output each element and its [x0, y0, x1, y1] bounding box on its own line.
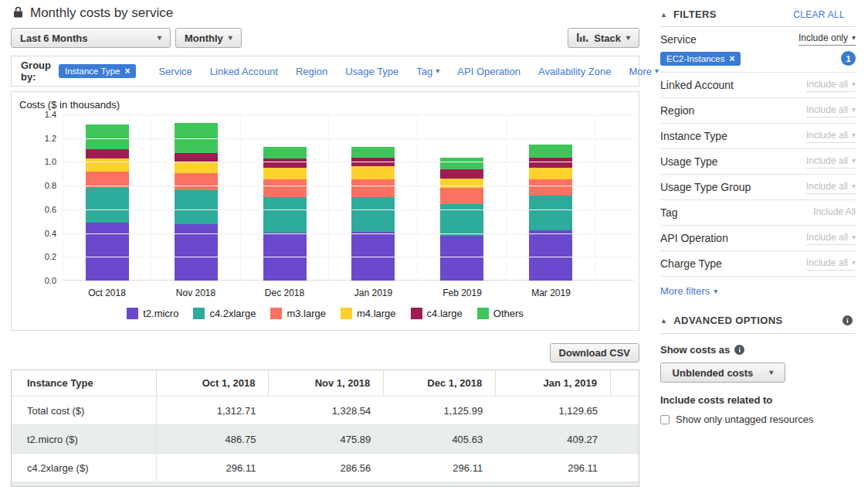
filter-dropdown-linked-account[interactable]: Include all▾ — [806, 79, 856, 92]
group-by-bar: Group by: Instance Type × ServiceLinked … — [11, 56, 639, 87]
group-by-link-linked-account[interactable]: Linked Account — [210, 66, 278, 77]
group-by-link-region[interactable]: Region — [296, 66, 327, 77]
stacked-bar-jan-2019[interactable] — [351, 147, 395, 281]
group-by-link-usage-type[interactable]: Usage Type — [345, 66, 398, 77]
bar-segment-m4.large[interactable] — [529, 168, 572, 179]
filter-row-usage-type-group: Usage Type GroupInclude all▾ — [660, 175, 856, 200]
bar-segment-m4.large[interactable] — [175, 162, 218, 173]
bar-segment-c4.large[interactable] — [440, 169, 483, 179]
cell-value: 286.56 — [269, 462, 384, 474]
group-by-link-api-operation[interactable]: API Operation — [457, 66, 520, 77]
group-by-link-label: Tag — [416, 66, 432, 77]
bar-segment-others[interactable] — [351, 147, 395, 158]
chart-title: Costs ($ in thousands) — [19, 99, 120, 111]
group-by-link-label: Service — [158, 66, 192, 77]
granularity-dropdown[interactable]: Monthly ▾ — [175, 28, 242, 48]
bar-segment-m4.large[interactable] — [351, 166, 395, 179]
group-by-link-more[interactable]: More▾ — [629, 66, 659, 77]
info-icon[interactable]: i — [843, 315, 853, 325]
stacked-bar-dec-2018[interactable] — [263, 147, 307, 281]
bar-segment-m3.large[interactable] — [351, 179, 395, 197]
bar-segment-c4.large[interactable] — [529, 158, 572, 168]
filter-count-badge: 1 — [841, 51, 856, 66]
more-filters-link[interactable]: More filters ▾ — [660, 277, 717, 305]
bar-segment-others[interactable] — [263, 147, 307, 158]
chart-type-value: Stack — [594, 32, 621, 44]
filter-dropdown-api-operation[interactable]: Include all▾ — [806, 232, 856, 245]
group-by-link-label: Linked Account — [210, 66, 278, 77]
filter-dropdown-value: Include all — [806, 232, 848, 243]
bar-segment-c4.2xlarge[interactable] — [86, 188, 129, 223]
bar-segment-c4.large[interactable] — [263, 158, 307, 168]
chevron-down-icon: ▾ — [626, 34, 630, 42]
bar-segment-c4.2xlarge[interactable] — [175, 190, 218, 224]
chart-slot-feb-2019 — [417, 114, 506, 281]
gridline — [63, 114, 634, 115]
filter-row-instance-type: Instance TypeInclude all▾ — [660, 124, 856, 149]
table-header-cell: Instance Type — [12, 370, 157, 396]
collapse-advanced-icon[interactable]: ▲ — [660, 317, 667, 325]
y-tick-label: 1.2 — [16, 134, 56, 143]
filter-dropdown-region[interactable]: Include all▾ — [806, 104, 856, 117]
bar-segment-m3.large[interactable] — [440, 188, 483, 204]
filter-dropdown-usage-type[interactable]: Include all▾ — [806, 155, 856, 169]
filter-row-line: TagInclude All — [660, 201, 856, 225]
group-by-link-tag[interactable]: Tag▾ — [416, 66, 439, 77]
filter-dropdown-usage-type-group[interactable]: Include all▾ — [806, 181, 856, 194]
bar-segment-others[interactable] — [440, 158, 483, 169]
bar-segment-c4.large[interactable] — [175, 153, 218, 162]
remove-filter-icon[interactable]: × — [729, 54, 734, 63]
untagged-checkbox-label: Show only untagged resources — [676, 414, 814, 425]
stacked-bar-feb-2019[interactable] — [440, 158, 483, 281]
table-header-cell: Jan 1, 2019 — [496, 370, 611, 396]
row-label: c4.2xlarge ($) — [12, 454, 157, 482]
group-by-link-availability-zone[interactable]: Availability Zone — [538, 66, 611, 77]
filter-label: Service — [660, 33, 697, 46]
bar-segment-m3.large[interactable] — [529, 179, 572, 196]
table-header-cell: Oct 1, 2018 — [157, 370, 269, 396]
chart-type-dropdown[interactable]: Stack ▾ — [568, 28, 639, 48]
filter-dropdown-service[interactable]: Include only▾ — [798, 32, 856, 46]
bar-segment-m4.large[interactable] — [263, 168, 307, 179]
show-costs-as-label: Show costs as i — [660, 344, 856, 356]
group-by-active-label: Instance Type — [65, 66, 120, 76]
bar-segment-c4.2xlarge[interactable] — [529, 196, 572, 231]
filter-row-line: ServiceInclude only▾ — [660, 27, 856, 51]
bar-segment-others[interactable] — [86, 124, 129, 149]
y-tick-label: 0.4 — [16, 229, 56, 238]
bar-segment-t2.micro[interactable] — [86, 223, 129, 281]
group-by-active-chip[interactable]: Instance Type × — [59, 64, 136, 78]
table-row-c4.2xlarge-: c4.2xlarge ($)296.11286.56296.11296.11 — [12, 453, 639, 482]
stacked-bar-mar-2019[interactable] — [529, 145, 572, 281]
filter-label: Instance Type — [660, 130, 727, 142]
bar-segment-others[interactable] — [529, 145, 572, 158]
chevron-down-icon: ▾ — [852, 259, 856, 267]
bar-segment-t2.micro[interactable] — [440, 236, 483, 281]
bar-segment-c4.2xlarge[interactable] — [351, 197, 395, 233]
bar-segment-m3.large[interactable] — [175, 173, 218, 190]
filter-chip-ec2-instances[interactable]: EC2-Instances× — [660, 52, 741, 66]
filter-dropdown-instance-type[interactable]: Include all▾ — [806, 130, 856, 143]
bar-segment-m4.large[interactable] — [86, 158, 129, 172]
show-costs-as-dropdown[interactable]: Unblended costs ▾ — [660, 363, 785, 383]
remove-filter-icon[interactable]: × — [124, 66, 130, 76]
filter-dropdown-charge-type[interactable]: Include all▾ — [806, 257, 856, 271]
collapse-filters-icon[interactable]: ▲ — [660, 11, 667, 19]
bar-segment-c4.2xlarge[interactable] — [263, 197, 307, 233]
clear-all-link[interactable]: CLEAR ALL — [793, 9, 845, 20]
filter-chip-label: EC2-Instances — [666, 54, 724, 63]
row-label: Total cost ($) — [12, 397, 157, 424]
bar-segment-m3.large[interactable] — [263, 179, 307, 197]
bar-segment-m4.large[interactable] — [440, 179, 483, 188]
chart-x-labels: Oct 2018Nov 2018Dec 2018Jan 2019Feb 2019… — [63, 288, 595, 298]
untagged-checkbox[interactable] — [660, 415, 670, 424]
bar-segment-c4.large[interactable] — [86, 149, 129, 158]
table-row-total-cost-: Total cost ($)1,312.711,328.541,125.991,… — [12, 396, 639, 424]
date-range-dropdown[interactable]: Last 6 Months ▾ — [11, 28, 171, 48]
download-csv-button[interactable]: Download CSV — [550, 343, 639, 363]
group-by-link-service[interactable]: Service — [158, 66, 192, 77]
info-icon[interactable]: i — [734, 345, 744, 355]
cell-value: 475.89 — [269, 434, 384, 445]
bar-segment-t2.micro[interactable] — [529, 230, 572, 281]
legend-swatch — [270, 308, 282, 319]
